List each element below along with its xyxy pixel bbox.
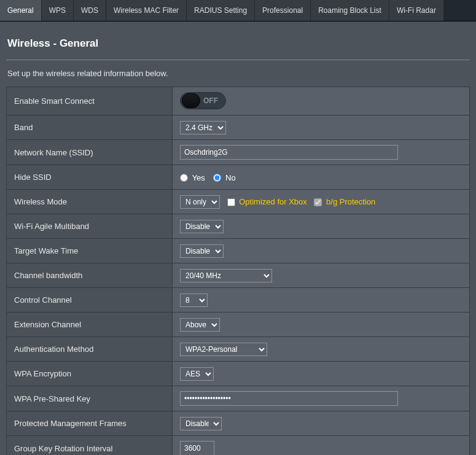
radio-hide-no[interactable]: [213, 174, 221, 182]
tab-wifi-radar[interactable]: Wi-Fi Radar: [389, 0, 443, 21]
label-psk: WPA Pre-Shared Key: [7, 386, 173, 411]
select-auth[interactable]: WPA2-Personal: [180, 343, 267, 356]
toggle-state: OFF: [203, 96, 218, 105]
tab-radius[interactable]: RADIUS Setting: [187, 0, 254, 21]
select-agile[interactable]: Disable: [180, 220, 224, 233]
label-band: Band: [7, 115, 173, 140]
label-group-key: Group Key Rotation Interval: [7, 436, 173, 456]
checkbox-bg-protection: [314, 198, 322, 206]
label-pmf: Protected Management Frames: [7, 411, 173, 436]
toggle-knob: [182, 93, 200, 108]
tab-professional[interactable]: Professional: [255, 0, 310, 21]
toggle-smart-connect[interactable]: OFF: [180, 92, 226, 109]
input-psk[interactable]: [180, 391, 398, 406]
select-twt[interactable]: Disable: [180, 244, 224, 258]
select-band[interactable]: 2.4 GHz: [180, 121, 226, 134]
tab-wds[interactable]: WDS: [74, 0, 106, 21]
select-wpa-enc[interactable]: AES: [180, 367, 214, 381]
tab-wps[interactable]: WPS: [42, 0, 73, 21]
tab-mac-filter[interactable]: Wireless MAC Filter: [106, 0, 186, 21]
tab-roaming-block[interactable]: Roaming Block List: [311, 0, 389, 21]
label-hide-no: No: [225, 173, 236, 182]
tab-bar: General WPS WDS Wireless MAC Filter RADI…: [0, 0, 476, 21]
label-control-channel: Control Channel: [7, 288, 173, 313]
checkbox-xbox[interactable]: [227, 198, 235, 206]
label-bandwidth: Channel bandwidth: [7, 263, 173, 288]
select-pmf[interactable]: Disable: [180, 417, 222, 430]
label-agile: Wi-Fi Agile Multiband: [7, 214, 173, 239]
select-wireless-mode[interactable]: N only: [180, 195, 220, 209]
select-ext-channel[interactable]: Above: [180, 318, 220, 332]
page-subtitle: Set up the wireless related information …: [6, 60, 470, 87]
label-xbox: Optimized for Xbox: [239, 197, 307, 206]
select-bandwidth[interactable]: 20/40 MHz: [180, 269, 272, 282]
label-smart-connect: Enable Smart Connect: [7, 87, 173, 115]
label-hide-yes: Yes: [192, 173, 205, 182]
tab-general[interactable]: General: [0, 0, 41, 21]
radio-hide-yes[interactable]: [180, 174, 188, 182]
input-ssid[interactable]: [180, 145, 398, 160]
page-content: Wireless - General Set up the wireless r…: [0, 21, 476, 455]
label-wireless-mode: Wireless Mode: [7, 190, 173, 214]
label-ssid: Network Name (SSID): [7, 140, 173, 165]
label-wpa-enc: WPA Encryption: [7, 362, 173, 386]
input-group-key[interactable]: [180, 441, 214, 455]
label-hide-ssid: Hide SSID: [7, 165, 173, 190]
label-auth: Authentication Method: [7, 337, 173, 362]
select-control-channel[interactable]: 8: [180, 294, 208, 307]
settings-table: Enable Smart Connect OFF Band 2.4 GHz Ne…: [6, 87, 470, 455]
page-title: Wireless - General: [6, 28, 470, 60]
label-twt: Target Wake Time: [7, 239, 173, 263]
label-ext-channel: Extension Channel: [7, 313, 173, 337]
label-bg-protection: b/g Protection: [326, 197, 375, 206]
